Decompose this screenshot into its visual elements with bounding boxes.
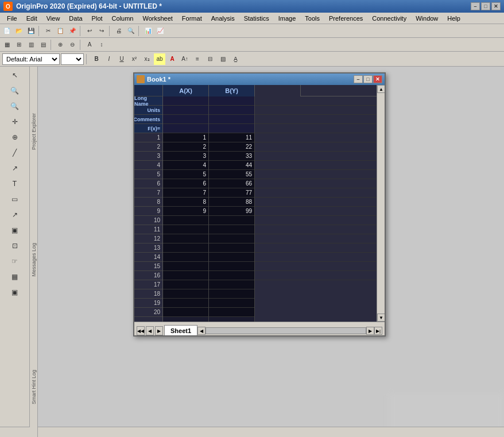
worksheet-btn[interactable]: ▦ xyxy=(1,39,13,51)
a-r5[interactable]: 5 xyxy=(163,170,208,179)
b-r18[interactable] xyxy=(209,289,254,299)
a-longname[interactable] xyxy=(163,96,208,106)
a-r20[interactable] xyxy=(163,308,208,317)
b-r7[interactable]: 77 xyxy=(209,188,254,198)
menu-item-image[interactable]: Image xyxy=(274,14,301,23)
open-btn[interactable]: 📂 xyxy=(13,25,25,37)
worksheet-scrollbar[interactable]: ▲ ▼ xyxy=(377,85,385,322)
a-r12[interactable] xyxy=(163,234,208,243)
a-fx[interactable] xyxy=(163,124,208,133)
b-r13[interactable] xyxy=(209,243,254,253)
menu-item-connectivity[interactable]: Connectivity xyxy=(367,14,411,23)
col-btn[interactable]: ▥ xyxy=(25,39,37,51)
tab-scroll-right[interactable]: ▶ xyxy=(366,327,374,335)
a-comments[interactable] xyxy=(163,115,208,124)
b-longname[interactable] xyxy=(209,96,254,106)
b-units[interactable] xyxy=(209,106,254,115)
a-r4[interactable]: 4 xyxy=(163,161,208,170)
font-select[interactable]: Default: Arial xyxy=(2,53,60,65)
underline-btn[interactable]: U xyxy=(116,53,127,65)
a-r1[interactable]: 1 xyxy=(163,133,208,142)
new-file-btn[interactable]: 📄 xyxy=(1,25,13,37)
paste-btn[interactable]: 📌 xyxy=(67,25,78,37)
b-r20[interactable] xyxy=(209,308,254,317)
menu-item-plot[interactable]: Plot xyxy=(87,14,107,23)
b-r14[interactable] xyxy=(209,253,254,262)
tab-scrollbar[interactable] xyxy=(206,327,366,334)
b-r9[interactable]: 99 xyxy=(209,207,254,216)
line-tool-btn[interactable]: ╱ xyxy=(6,146,24,160)
a-r18[interactable] xyxy=(163,289,208,299)
row-btn[interactable]: ▤ xyxy=(37,39,49,51)
redo-btn[interactable]: ↪ xyxy=(96,25,107,37)
a-r11[interactable] xyxy=(163,225,208,234)
a-r9[interactable]: 9 xyxy=(163,207,208,216)
cut-btn[interactable]: ✂ xyxy=(42,25,54,37)
b-r11[interactable] xyxy=(209,225,254,234)
scale-tool-btn[interactable]: ↗ xyxy=(6,208,24,222)
highlight-btn[interactable]: ab xyxy=(154,53,165,65)
format-btn[interactable]: A xyxy=(84,39,95,51)
sheet-nav-next[interactable]: ▶ xyxy=(155,326,163,335)
print-btn[interactable]: 🖨 xyxy=(113,25,125,37)
hand-tool-btn[interactable]: ☞ xyxy=(6,254,24,268)
b-r1[interactable]: 11 xyxy=(209,133,254,142)
a-r14[interactable] xyxy=(163,253,208,262)
a-r2[interactable]: 2 xyxy=(163,142,208,152)
menu-item-format[interactable]: Format xyxy=(177,14,207,23)
col-b-header[interactable]: B(Y) xyxy=(209,85,255,96)
arrow-tool-btn[interactable]: ↗ xyxy=(6,161,24,175)
menu-item-view[interactable]: View xyxy=(42,14,65,23)
b-r2[interactable]: 22 xyxy=(209,142,254,152)
fill-color-btn[interactable]: ▨ xyxy=(217,53,228,65)
scroll-up-btn[interactable]: ▲ xyxy=(377,85,385,93)
a-r8[interactable]: 8 xyxy=(163,198,208,207)
sort-btn[interactable]: ↕ xyxy=(96,39,107,51)
b-r5[interactable]: 55 xyxy=(209,170,254,179)
book-maximize-btn[interactable]: □ xyxy=(363,75,373,83)
graph-btn[interactable]: 📊 xyxy=(142,25,154,37)
a-r6[interactable]: 6 xyxy=(163,179,208,188)
table-tool-btn[interactable]: ▦ xyxy=(6,270,24,284)
a-r7[interactable]: 7 xyxy=(163,188,208,198)
b-r10[interactable] xyxy=(209,216,254,225)
close-button[interactable]: ✕ xyxy=(491,2,501,10)
b-r12[interactable] xyxy=(209,234,254,243)
a-r13[interactable] xyxy=(163,243,208,253)
a-r17[interactable] xyxy=(163,280,208,289)
draw-tool-btn[interactable]: ⊕ xyxy=(6,130,24,144)
scroll-down-btn[interactable]: ▼ xyxy=(377,314,385,322)
sheet-nav-first[interactable]: ◀◀ xyxy=(137,326,145,335)
region-tool-btn[interactable]: ▣ xyxy=(6,223,24,237)
italic-btn[interactable]: I xyxy=(103,53,115,65)
insert-btn[interactable]: ⊕ xyxy=(55,39,66,51)
menu-item-file[interactable]: File xyxy=(2,14,22,23)
scroll-track[interactable] xyxy=(377,93,385,314)
font-color-btn[interactable]: A̲ xyxy=(230,53,241,65)
b-fx[interactable] xyxy=(209,124,254,133)
maximize-button[interactable]: □ xyxy=(481,2,490,10)
menu-item-analysis[interactable]: Analysis xyxy=(207,14,239,23)
layer-tool-btn[interactable]: ⊡ xyxy=(6,239,24,253)
zoom-in-tool-btn[interactable]: 🔍 xyxy=(6,84,24,98)
b-comments[interactable] xyxy=(209,115,254,124)
font-color-A-btn[interactable]: A xyxy=(166,53,178,65)
b-r8[interactable]: 88 xyxy=(209,198,254,207)
menu-item-data[interactable]: Data xyxy=(64,14,87,23)
minimize-button[interactable]: – xyxy=(471,2,480,10)
menu-item-statistics[interactable]: Statistics xyxy=(239,14,274,23)
copy-btn[interactable]: 📋 xyxy=(55,25,66,37)
sheet-nav-prev[interactable]: ◀ xyxy=(146,326,154,335)
undo-btn[interactable]: ↩ xyxy=(84,25,95,37)
col-a-header[interactable]: A(X) xyxy=(163,85,209,96)
select-tool-btn[interactable]: ↖ xyxy=(6,68,24,82)
a-r16[interactable] xyxy=(163,271,208,280)
menu-item-edit[interactable]: Edit xyxy=(22,14,42,23)
b-r15[interactable] xyxy=(209,262,254,271)
menu-item-column[interactable]: Column xyxy=(107,14,138,23)
grid-btn[interactable]: ⊞ xyxy=(13,39,25,51)
pan-tool-btn[interactable]: ✛ xyxy=(6,115,24,129)
subscript-btn[interactable]: x₂ xyxy=(141,53,153,65)
menu-item-preferences[interactable]: Preferences xyxy=(324,14,367,23)
b-r19[interactable] xyxy=(209,299,254,308)
